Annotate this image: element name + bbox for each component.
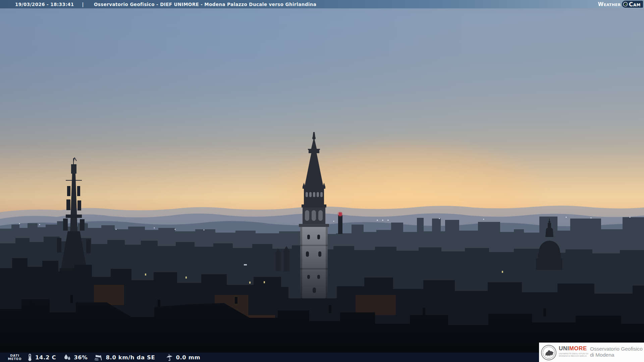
city-skyline	[0, 127, 644, 362]
unimore-wordmark: UNIMORE	[559, 346, 588, 352]
weather-label-line2: METEO	[6, 357, 23, 361]
unimore-uni: UNI	[559, 345, 569, 352]
humidity-metric: 36%	[63, 354, 88, 361]
temperature-metric: 14.2 C	[27, 354, 56, 361]
thermometer-icon	[27, 354, 33, 361]
unimore-wordmark-block: UNIMORE UNIVERSITÀ DEGLI STUDI DI MODENA…	[559, 346, 588, 357]
unimore-seal-icon: 1175	[541, 345, 557, 361]
rain-icon	[166, 354, 173, 361]
unimore-logo-box: 1175 UNIMORE UNIVERSITÀ DEGLI STUDI DI M…	[539, 343, 644, 362]
red-beacon-light	[339, 213, 342, 216]
university-subtitle-line2: MODENA E REGGIO EMILIA	[559, 355, 588, 357]
webcam-frame: 19/03/2026 - 18:33:41 | Osservatorio Geo…	[0, 0, 644, 362]
weather-metrics: 14.2 C 36% 8.0 km/h da SE	[27, 354, 200, 361]
humidity-value: 36%	[74, 354, 88, 361]
header-bar: 19/03/2026 - 18:33:41 | Osservatorio Geo…	[0, 0, 644, 8]
title-separator: |	[82, 2, 84, 7]
cam-wordmark: Cam	[629, 1, 641, 8]
observatory-name-line1: Osservatorio Geofisico	[590, 346, 643, 352]
university-subtitle-line1: UNIVERSITÀ DEGLI STUDI DI	[559, 353, 588, 355]
weather-wordmark: Weather	[598, 1, 621, 7]
rain-metric: 0.0 mm	[166, 354, 200, 361]
university-subtitle: UNIVERSITÀ DEGLI STUDI DI MODENA E REGGI…	[559, 353, 588, 357]
timestamp: 19/03/2026 - 18:33:41	[15, 2, 74, 7]
weather-data-label: DATI METEO	[6, 354, 23, 361]
seal-year: 1175	[547, 358, 550, 359]
camera-title: Osservatorio Geofisico - DIEF UNIMORE - …	[94, 2, 316, 7]
wind-metric: 8.0 km/h da SE	[94, 354, 155, 361]
red-beacon-tower	[337, 212, 343, 234]
ghirlandina-tower	[299, 132, 329, 304]
belfry-arches	[305, 210, 323, 221]
unimore-more: MORE	[569, 345, 587, 352]
humidity-icon	[63, 354, 71, 361]
observatory-name-line2: di Modena	[590, 352, 643, 358]
wind-icon	[94, 354, 103, 361]
webcam-lens-icon	[623, 2, 628, 7]
rain-value: 0.0 mm	[176, 354, 200, 361]
observatory-name: Osservatorio Geofisico di Modena	[590, 346, 643, 358]
weathercam-logo: Weather Cam	[598, 0, 643, 8]
wind-value: 8.0 km/h da SE	[106, 354, 155, 361]
temperature-value: 14.2 C	[35, 354, 56, 361]
weathercam-badge: Cam	[622, 1, 643, 8]
